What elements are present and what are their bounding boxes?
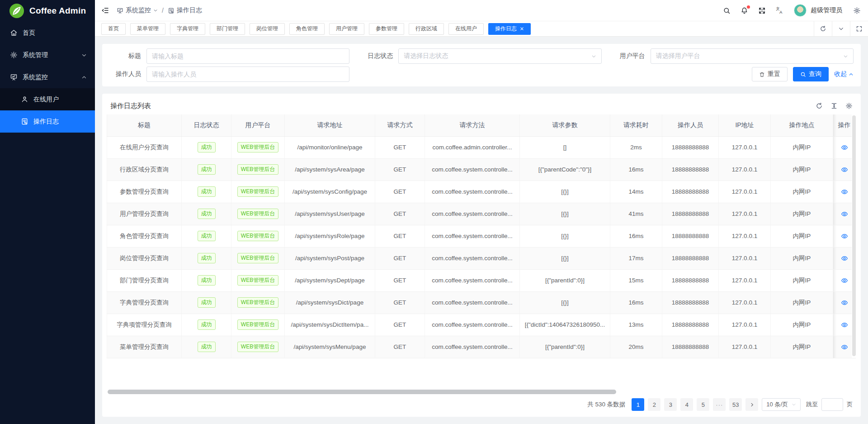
- tab-role-management[interactable]: 角色管理: [289, 23, 325, 35]
- status-badge: 成功: [198, 297, 216, 308]
- tab-menu-management[interactable]: 菜单管理: [130, 23, 165, 35]
- log-title: 字典项管理分页查询: [117, 321, 172, 328]
- monitor-icon: [10, 73, 18, 81]
- vertical-scrollbar[interactable]: [852, 114, 856, 358]
- tab-dept-management[interactable]: 部门管理: [210, 23, 245, 35]
- request-method: GET: [394, 299, 406, 306]
- top-bar-actions: 文A 超级管理员: [723, 4, 861, 17]
- user-platform-field: 用户平台 请选择用户平台: [613, 48, 854, 64]
- sidebar-item-system-management[interactable]: 系统管理: [0, 44, 95, 66]
- query-button[interactable]: 查询: [793, 67, 829, 81]
- tab-operation-log[interactable]: 操作日志: [488, 23, 531, 35]
- vertical-scrollbar-thumb[interactable]: [852, 115, 856, 356]
- sidebar-item-system-monitor[interactable]: 系统监控: [0, 66, 95, 88]
- notification-bell-icon[interactable]: [741, 7, 748, 14]
- refresh-icon[interactable]: [814, 21, 832, 36]
- view-detail-eye-icon[interactable]: [841, 188, 848, 195]
- chevron-right-icon: [750, 402, 755, 407]
- request-handler: com.coffee.system.controlle...: [432, 299, 512, 306]
- table-row: 在线用户分页查询 成功 WEB管理后台 /api/monitor/online/…: [107, 136, 856, 158]
- request-handler: com.coffee.system.controlle...: [432, 277, 512, 284]
- tab-close-icon[interactable]: [520, 27, 524, 31]
- menu-fold-icon[interactable]: [101, 6, 109, 14]
- view-detail-eye-icon[interactable]: [841, 277, 848, 284]
- table-header: 标题 日志状态 用户平台 请求地址 请求方式 请求方法 请求参数 请求耗时 操作…: [107, 114, 856, 136]
- request-params: [{}]: [561, 210, 569, 217]
- chevron-up-icon: [81, 75, 87, 80]
- page-button-1[interactable]: 1: [632, 398, 644, 411]
- tab-dict-management[interactable]: 字典管理: [170, 23, 205, 35]
- platform-badge: WEB管理后台: [237, 164, 278, 175]
- tab-admin-area[interactable]: 行政区域: [409, 23, 444, 35]
- view-detail-eye-icon[interactable]: [841, 166, 848, 173]
- operation-location: 内网IP: [793, 321, 811, 328]
- sidebar-item-operation-log[interactable]: 操作日志: [0, 110, 95, 133]
- breadcrumb-parent[interactable]: 系统监控: [117, 6, 158, 14]
- view-detail-eye-icon[interactable]: [841, 233, 848, 240]
- request-method: GET: [394, 210, 406, 217]
- tab-online-users[interactable]: 在线用户: [448, 23, 484, 35]
- user-platform-select[interactable]: 请选择用户平台: [651, 48, 854, 64]
- request-params: [{}]: [561, 299, 569, 306]
- jump-page-input[interactable]: [821, 398, 843, 411]
- fullscreen-icon[interactable]: [758, 7, 766, 14]
- request-url: /api/system/sysUser/page: [295, 210, 365, 217]
- view-detail-eye-icon[interactable]: [841, 144, 848, 151]
- request-url: /api/system/sysMenu/page: [294, 343, 366, 350]
- tab-post-management[interactable]: 岗位管理: [250, 23, 285, 35]
- sidebar-item-online-users[interactable]: 在线用户: [0, 88, 95, 110]
- jump-to-label: 跳至: [806, 400, 818, 409]
- horizontal-scrollbar[interactable]: [108, 390, 855, 394]
- sidebar-item-home[interactable]: 首页: [0, 22, 95, 44]
- log-status-select[interactable]: 请选择日志状态: [398, 48, 601, 64]
- next-page-button[interactable]: [745, 398, 758, 411]
- log-document-icon: [168, 7, 175, 14]
- view-detail-eye-icon[interactable]: [841, 299, 848, 306]
- page-size-select[interactable]: 10 条/页: [762, 398, 801, 411]
- request-url: /api/system/sysArea/page: [295, 166, 365, 173]
- page-button-3[interactable]: 3: [664, 398, 677, 411]
- page-button-53[interactable]: 53: [729, 398, 742, 411]
- user-name: 超级管理员: [811, 6, 842, 14]
- reset-button[interactable]: 重置: [752, 67, 788, 81]
- request-url: /api/system/sysConfig/page: [292, 188, 367, 195]
- collapse-toggle[interactable]: 收起: [834, 70, 854, 78]
- platform-badge: WEB管理后台: [237, 231, 278, 241]
- column-settings-gear-icon[interactable]: [845, 102, 853, 110]
- sidebar-item-label: 系统监控: [23, 73, 48, 81]
- log-title: 在线用户分页查询: [120, 144, 169, 151]
- title-input[interactable]: [146, 48, 349, 64]
- user-menu[interactable]: 超级管理员: [794, 4, 842, 17]
- chevron-down-icon[interactable]: [832, 21, 850, 36]
- status-badge: 成功: [198, 142, 216, 152]
- log-title: 角色管理分页查询: [120, 233, 169, 239]
- view-detail-eye-icon[interactable]: [841, 210, 848, 218]
- tab-user-management[interactable]: 用户管理: [329, 23, 364, 35]
- request-duration: 16ms: [628, 166, 643, 173]
- operator-input[interactable]: [146, 67, 349, 82]
- tab-home[interactable]: 首页: [101, 23, 126, 35]
- request-url: /api/system/sysDept/page: [295, 277, 365, 284]
- ip-address: 127.0.0.1: [732, 166, 757, 173]
- log-title: 岗位管理分页查询: [120, 255, 169, 262]
- settings-gear-icon[interactable]: [853, 7, 861, 14]
- sidebar-item-label: 操作日志: [33, 118, 59, 126]
- view-detail-eye-icon[interactable]: [841, 255, 848, 262]
- page-button-2[interactable]: 2: [648, 398, 660, 411]
- view-detail-eye-icon[interactable]: [841, 321, 848, 329]
- page-ellipsis[interactable]: ···: [713, 398, 726, 411]
- refresh-icon[interactable]: [816, 102, 823, 110]
- ip-address: 127.0.0.1: [732, 343, 757, 350]
- row-height-icon[interactable]: [830, 102, 838, 110]
- horizontal-scrollbar-thumb[interactable]: [108, 390, 616, 394]
- view-detail-eye-icon[interactable]: [841, 343, 848, 351]
- tab-param-management[interactable]: 参数管理: [369, 23, 404, 35]
- app-logo: Coffee Admin: [0, 0, 95, 22]
- translate-icon[interactable]: 文A: [776, 6, 784, 14]
- operation-location: 内网IP: [793, 144, 811, 151]
- page-button-5[interactable]: 5: [697, 398, 709, 411]
- maximize-icon[interactable]: [850, 21, 868, 36]
- search-icon[interactable]: [723, 7, 731, 14]
- user-avatar: [794, 4, 807, 17]
- page-button-4[interactable]: 4: [680, 398, 693, 411]
